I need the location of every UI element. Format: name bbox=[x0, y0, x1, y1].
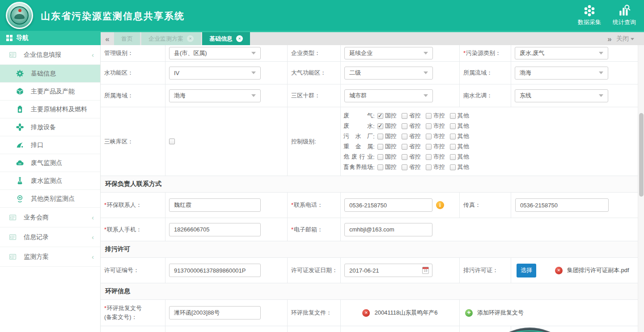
control-level-option[interactable]: 省控 bbox=[402, 143, 421, 151]
checkbox-unchecked-icon[interactable] bbox=[426, 164, 432, 170]
tab-home[interactable]: 首页 bbox=[114, 32, 140, 45]
checkbox-unchecked-icon[interactable] bbox=[450, 154, 456, 160]
air-function-zone-select[interactable]: 二级 bbox=[344, 67, 433, 80]
control-level-option[interactable]: 省控 bbox=[402, 132, 421, 140]
checkbox-unchecked-icon[interactable] bbox=[377, 154, 383, 160]
eia-file-name[interactable]: 20041118山东晨鸣年产6 bbox=[374, 309, 437, 317]
calendar-icon[interactable] bbox=[422, 267, 429, 274]
checkbox-unchecked-icon[interactable] bbox=[450, 134, 456, 139]
permit-file-name[interactable]: 集团排污许可证副本.pdf bbox=[567, 266, 629, 274]
checkbox-checked-icon[interactable] bbox=[377, 113, 383, 119]
tabs-scroll-left-button[interactable] bbox=[101, 34, 114, 45]
control-level-option[interactable]: 市控 bbox=[426, 132, 445, 140]
tab-enterprise-monitoring-plan[interactable]: 企业监测方案 bbox=[141, 32, 201, 45]
sidebar-item-info-records[interactable]: 信息记录 bbox=[0, 227, 100, 247]
delete-permit-file-icon[interactable] bbox=[555, 267, 563, 274]
close-tabs-menu[interactable]: 关闭 bbox=[616, 32, 634, 45]
checkbox-unchecked-icon[interactable] bbox=[426, 113, 432, 119]
checkbox-checked-icon[interactable] bbox=[377, 123, 383, 129]
control-level-option[interactable]: 省控 bbox=[402, 122, 421, 130]
sidebar-item-business-consultation[interactable]: 业务会商 bbox=[0, 208, 100, 227]
checkbox-unchecked-icon[interactable] bbox=[426, 134, 432, 139]
checkbox-unchecked-icon[interactable] bbox=[450, 164, 456, 170]
sidebar-item-waste-gas-points[interactable]: co 废气监测点 bbox=[0, 154, 100, 172]
enterprise-type-select[interactable]: 延续企业 bbox=[344, 47, 433, 59]
sidebar-item-basic-info[interactable]: 基础信息 bbox=[0, 65, 100, 83]
control-level-option[interactable]: 其他 bbox=[450, 132, 469, 140]
sidebar-item-raw-materials-fuel[interactable]: 主要原辅材料及燃料 bbox=[0, 101, 100, 118]
permit-number-input[interactable] bbox=[169, 264, 261, 277]
checkbox-unchecked-icon[interactable] bbox=[402, 113, 407, 119]
control-level-option[interactable]: 国控 bbox=[377, 163, 397, 171]
delete-eia-file-icon[interactable] bbox=[362, 309, 370, 317]
checkbox-unchecked-icon[interactable] bbox=[450, 144, 456, 150]
sidebar-item-monitoring-plan[interactable]: 监测方案 bbox=[0, 247, 100, 267]
add-eia-approval-icon[interactable] bbox=[465, 309, 473, 317]
control-level-option[interactable]: 国控 bbox=[377, 122, 397, 130]
control-level-option[interactable]: 国控 bbox=[377, 132, 397, 140]
data-collection-button[interactable]: 数据采集 bbox=[578, 4, 601, 26]
control-level-row: 危废行业:国控省控市控其他 bbox=[343, 152, 473, 162]
sidebar-item-enterprise-info[interactable]: 企业信息填报 bbox=[0, 45, 100, 65]
management-level-select[interactable]: 县(市、区属) bbox=[169, 47, 261, 59]
checkbox-unchecked-icon[interactable] bbox=[402, 123, 407, 129]
phone-info-icon[interactable]: i bbox=[436, 201, 444, 209]
control-level-option[interactable]: 国控 bbox=[377, 153, 397, 161]
checkbox-unchecked-icon[interactable] bbox=[402, 134, 407, 139]
checkbox-unchecked-icon[interactable] bbox=[450, 113, 456, 119]
control-level-option[interactable]: 其他 bbox=[450, 112, 469, 120]
add-eia-approval-link[interactable]: 添加环评批复文号 bbox=[477, 309, 524, 317]
tab-plan-close-icon[interactable] bbox=[187, 35, 194, 42]
checkbox-unchecked-icon[interactable] bbox=[426, 144, 432, 150]
checkbox-unchecked-icon[interactable] bbox=[377, 144, 383, 150]
south-north-water-select[interactable]: 东线 bbox=[515, 89, 608, 102]
checkbox-unchecked-icon[interactable] bbox=[450, 123, 456, 129]
email-input[interactable] bbox=[344, 223, 432, 236]
three-zones-ten-clusters-select[interactable]: 城市群 bbox=[344, 89, 433, 102]
sidebar-item-main-products[interactable]: 主要产品及产能 bbox=[0, 83, 100, 101]
stats-query-button[interactable]: 统计查询 bbox=[613, 4, 636, 26]
eia-approval-number-input[interactable] bbox=[169, 306, 261, 319]
three-gorges-checkbox[interactable] bbox=[169, 139, 175, 144]
control-level-option[interactable]: 省控 bbox=[402, 153, 421, 161]
control-level-option[interactable]: 省控 bbox=[402, 112, 421, 120]
tab-basic-info[interactable]: 基础信息 bbox=[202, 32, 250, 45]
contact-phone-input[interactable] bbox=[344, 198, 432, 212]
checkbox-unchecked-icon[interactable] bbox=[402, 164, 407, 170]
checkbox-unchecked-icon[interactable] bbox=[402, 154, 407, 160]
sidebar-item-waste-water-points[interactable]: 废水监测点 bbox=[0, 172, 100, 190]
checkbox-unchecked-icon[interactable] bbox=[377, 134, 383, 139]
scrollbar-thumb[interactable] bbox=[639, 113, 644, 197]
control-level-option[interactable]: 其他 bbox=[450, 163, 469, 171]
checkbox-unchecked-icon[interactable] bbox=[377, 164, 383, 170]
tab-basic-close-icon[interactable] bbox=[236, 35, 243, 42]
fax-input[interactable] bbox=[515, 198, 609, 212]
tabs-scroll-right-button[interactable] bbox=[603, 34, 616, 45]
control-level-option[interactable]: 国控 bbox=[377, 112, 397, 120]
env-contact-input[interactable] bbox=[169, 198, 261, 212]
control-level-option[interactable]: 市控 bbox=[426, 163, 445, 171]
checkbox-unchecked-icon[interactable] bbox=[426, 123, 432, 129]
sidebar-item-emission-equipment[interactable]: 排放设备 bbox=[0, 118, 100, 136]
water-function-zone-select[interactable]: IV bbox=[169, 67, 261, 80]
control-level-option[interactable]: 省控 bbox=[402, 163, 421, 171]
sea-area-select[interactable]: 渤海 bbox=[169, 89, 261, 102]
permit-issue-date-input[interactable] bbox=[344, 264, 432, 277]
sidebar-item-outlets[interactable]: 排口 bbox=[0, 136, 100, 154]
river-basin-select[interactable]: 渤海 bbox=[515, 67, 608, 80]
control-level-option[interactable]: 其他 bbox=[450, 153, 469, 161]
mobile-input[interactable] bbox=[169, 223, 261, 236]
control-level-option[interactable]: 市控 bbox=[426, 153, 445, 161]
checkbox-unchecked-icon[interactable] bbox=[402, 144, 407, 150]
control-level-option[interactable]: 市控 bbox=[426, 122, 445, 130]
control-level-option-label: 省控 bbox=[409, 143, 421, 151]
pollution-source-type-select[interactable]: 废水,废气 bbox=[515, 47, 608, 59]
checkbox-unchecked-icon[interactable] bbox=[426, 154, 432, 160]
sidebar-item-other-monitoring-points[interactable]: 其他类别监测点 bbox=[0, 190, 100, 208]
control-level-option[interactable]: 市控 bbox=[426, 143, 445, 151]
control-level-option[interactable]: 国控 bbox=[377, 143, 397, 151]
control-level-option[interactable]: 其他 bbox=[450, 122, 469, 130]
control-level-option[interactable]: 市控 bbox=[426, 112, 445, 120]
choose-file-button[interactable]: 选择 bbox=[517, 264, 536, 277]
control-level-option[interactable]: 其他 bbox=[450, 143, 469, 151]
